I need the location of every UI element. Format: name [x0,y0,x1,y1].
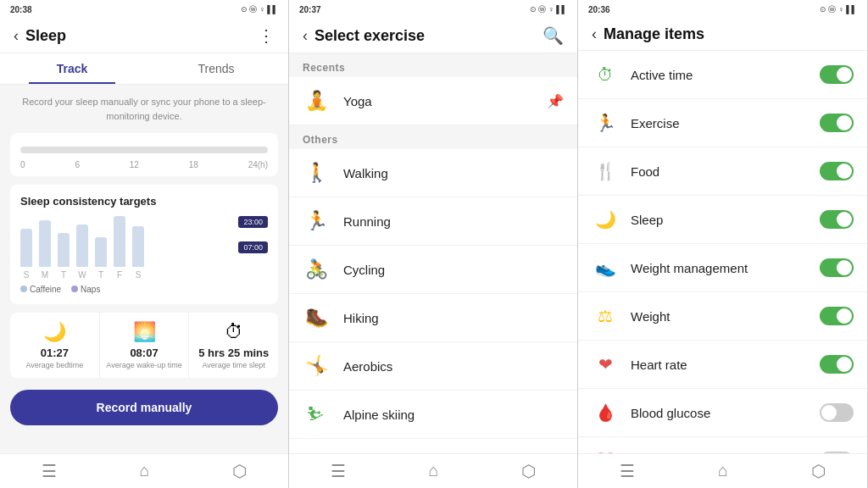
heartrate-toggle[interactable] [820,355,854,374]
food-toggle[interactable] [820,162,854,180]
food-name: Food [631,164,820,179]
manage-item-heartrate: ❤ Heart rate [578,341,867,389]
exercise-panel: 20:37 ⊙ ⓦ ♀ ▌▌ ‹ Select exercise 🔍 Recen… [289,0,578,488]
menu-icon-1[interactable]: ☰ [42,461,57,481]
more-button-1[interactable]: ⋮ [258,25,275,46]
manage-item-exercise: 🏃 Exercise [578,99,867,147]
tab-track[interactable]: Track [0,53,144,84]
others-label: Others [289,125,577,149]
record-manually-button[interactable]: Record manually [10,390,278,425]
manage-item-blood-glucose: 🩸 Blood glucose [578,389,867,437]
legend-naps: Naps [81,285,100,294]
status-icons-2: ⊙ ⓦ ♀ ▌▌ [530,4,567,15]
sleep-panel: 20:38 ⊙ ⓦ ♀ ▌▌ ‹ Sleep ⋮ Track Trends Re… [0,0,289,488]
active-time-icon: ⏱ [592,61,619,88]
day-labels: S M T W T F S [20,270,268,280]
active-time-toggle[interactable] [820,65,854,84]
manage-item-sleep: 🌙 Sleep [578,196,867,244]
sleep-consistency: Sleep consistency targets 23:00 07:00 S … [10,185,278,304]
blood-glucose-name: Blood glucose [631,406,820,420]
manage-item-weight-mgmt: 👟 Weight management [578,244,867,292]
time-2: 20:37 [299,5,321,14]
back-button-1[interactable]: ‹ [14,27,19,45]
skiing-icon: ⛷ [303,401,330,428]
back-nav-icon-1[interactable]: ⬡ [232,461,247,481]
weight-icon: ⚖ [592,302,619,330]
exercise-item-running[interactable]: 🏃 Running [289,197,577,246]
exercise-item-aqua[interactable]: 🏊 Aqua aerobics [289,439,577,453]
day-t1: T [58,270,70,280]
manage-item-food: 🍴 Food [578,147,867,196]
tl-12: 12 [130,160,139,169]
yoga-name: Yoga [343,94,547,108]
menu-icon-3[interactable]: ☰ [620,461,635,481]
exercise-item-hiking[interactable]: 🥾 Hiking [289,294,577,342]
sleep-header: ‹ Sleep ⋮ [0,19,288,53]
moon-icon: 🌙 [15,321,94,343]
exercise-list: Recents 🧘 Yoga 📌 Others 🚶 Walking 🏃 Runn… [289,53,577,453]
blood-glucose-icon: 🩸 [592,399,619,426]
exercise-item-aerobics[interactable]: 🤸 Aerobics [289,342,577,391]
slept-value: 5 hrs 25 mins [194,347,273,359]
blood-pressure-icon: 💗 [592,447,619,453]
heart-rate-icon: ❤ [592,351,619,378]
exercise-item-cycling[interactable]: 🚴 Cycling [289,246,577,294]
blood-glucose-toggle[interactable] [820,403,854,422]
sleep-toggle[interactable] [820,210,854,229]
skiing-name: Alpine skiing [343,408,564,422]
exercise-header: ‹ Select exercise 🔍 [289,19,577,53]
exercise-item-yoga[interactable]: 🧘 Yoga 📌 [289,77,577,125]
time-1: 20:38 [10,5,32,14]
home-icon-2[interactable]: ⌂ [428,461,438,481]
day-w: W [76,270,88,280]
status-icons-1: ⊙ ⓦ ♀ ▌▌ [241,4,278,15]
bedtime-value: 01:27 [15,347,94,359]
manage-item-weight: ⚖ Weight [578,292,867,341]
stat-bedtime: 🌙 01:27 Average bedtime [10,313,100,378]
day-t2: T [95,270,107,280]
search-button[interactable]: 🔍 [542,25,564,46]
exercise-item-walking[interactable]: 🚶 Walking [289,149,577,197]
tl-0: 0 [20,160,25,169]
exercise-icon-m: 🏃 [592,109,619,136]
back-nav-icon-3[interactable]: ⬡ [811,461,826,481]
home-icon-1[interactable]: ⌂ [139,461,149,481]
active-time-name: Active time [631,68,820,82]
weight-toggle[interactable] [820,307,854,325]
day-f: F [114,270,125,280]
menu-icon-2[interactable]: ☰ [331,461,346,481]
back-button-2[interactable]: ‹ [303,27,308,45]
hiking-name: Hiking [343,311,564,325]
bedtime-label: Average bedtime [15,361,94,369]
exercise-name-m: Exercise [631,116,820,130]
tab-trends[interactable]: Trends [144,53,288,84]
blood-pressure-toggle[interactable] [820,452,854,453]
manage-item-active-time: ⏱ Active time [578,51,867,99]
sunrise-icon: 🌅 [105,321,184,343]
wakeup-label: Average wake-up time [105,361,184,369]
badge-23: 23:00 [238,216,268,228]
cycling-icon: 🚴 [303,256,330,283]
pin-icon[interactable]: 📌 [547,93,564,109]
exercise-title: Select exercise [314,27,425,45]
running-name: Running [343,214,564,229]
day-s2: S [132,270,144,280]
back-nav-icon-2[interactable]: ⬡ [521,461,536,481]
walking-name: Walking [343,166,564,180]
manage-header: ‹ Manage items [578,19,867,51]
weight-mgmt-name: Weight management [631,261,820,275]
manage-item-blood-pressure: 💗 Blood pressure [578,437,867,453]
weight-name: Weight [631,309,820,324]
walking-icon: 🚶 [303,159,330,186]
slept-label: Average time slept [194,361,273,369]
exercise-toggle[interactable] [820,114,854,132]
day-m: M [39,270,51,280]
stat-wakeup: 🌅 08:07 Average wake-up time [100,313,190,378]
home-icon-3[interactable]: ⌂ [718,461,728,481]
exercise-item-skiing[interactable]: ⛷ Alpine skiing [289,391,577,439]
weight-mgmt-toggle[interactable] [820,258,854,277]
day-s1: S [20,270,32,280]
back-button-3[interactable]: ‹ [592,25,597,43]
tl-6: 6 [75,160,80,169]
timeline: 0 6 12 18 24(h) [10,133,278,176]
